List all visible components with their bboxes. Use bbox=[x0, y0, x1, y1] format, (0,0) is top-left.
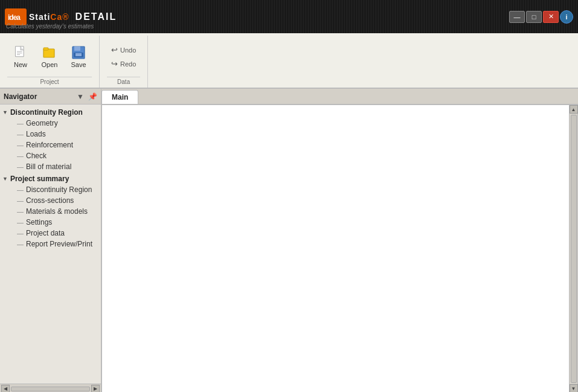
dash-project-data: — bbox=[17, 230, 24, 237]
dash-check: — bbox=[17, 152, 24, 159]
tree-group-header-discontinuity-region[interactable]: ▼ Discontinuity Region bbox=[0, 107, 101, 118]
navigator-dropdown-icon[interactable]: ▼ bbox=[75, 92, 85, 101]
new-label: New bbox=[14, 61, 27, 68]
open-label: Open bbox=[42, 61, 58, 68]
tree-item-label-report-preview-print: Report Preview/Print bbox=[26, 240, 92, 248]
scroll-right-arrow[interactable]: ▶ bbox=[91, 385, 100, 393]
vscroll-track[interactable] bbox=[571, 115, 577, 383]
vscroll-up-arrow[interactable]: ▲ bbox=[570, 105, 578, 114]
titlebar-controls: — □ ✕ i bbox=[509, 10, 573, 24]
dash-bill-of-material: — bbox=[17, 163, 24, 170]
ribbon-data-buttons: ↩ Undo ↪ Redo bbox=[107, 38, 140, 76]
navigator-scrollbar: ◀ ▶ bbox=[0, 384, 101, 392]
tree-item-materials-models[interactable]: — Materials & models bbox=[0, 206, 101, 217]
undo-icon: ↩ bbox=[111, 45, 118, 54]
save-icon bbox=[71, 45, 86, 60]
content-area: ▲ ▼ bbox=[101, 104, 578, 392]
dash-geometry: — bbox=[17, 120, 24, 127]
navigator-panel: Navigator ▼ 📌 ▼ Discontinuity Region — G… bbox=[0, 89, 101, 392]
tree-item-label-bill-of-material: Bill of material bbox=[26, 162, 71, 171]
tree-group-project-summary: ▼ Project summary — Discontinuity Region… bbox=[0, 173, 101, 249]
minimize-button[interactable]: — bbox=[509, 11, 525, 23]
project-section-label: Project bbox=[7, 77, 92, 85]
dash-loads: — bbox=[17, 130, 24, 138]
scroll-left-arrow[interactable]: ◀ bbox=[1, 385, 10, 393]
logo-text: StatiCa® bbox=[29, 12, 69, 22]
tree-arrow-discontinuity: ▼ bbox=[2, 109, 8, 115]
tree-item-cross-sections[interactable]: — Cross-sections bbox=[0, 195, 101, 206]
ribbon-content: New Open bbox=[0, 33, 578, 88]
tree-group-label-discontinuity-region: Discontinuity Region bbox=[10, 108, 83, 117]
svg-rect-11 bbox=[75, 53, 82, 56]
navigator-tree: ▼ Discontinuity Region — Geometry — Load… bbox=[0, 104, 101, 384]
tree-item-bill-of-material[interactable]: — Bill of material bbox=[0, 161, 101, 172]
svg-rect-7 bbox=[43, 48, 48, 50]
ribbon-project-buttons: New Open bbox=[7, 38, 92, 76]
tree-item-label-check: Check bbox=[26, 152, 47, 160]
dash-settings: — bbox=[17, 219, 24, 226]
tree-item-settings[interactable]: — Settings bbox=[0, 217, 101, 228]
dash-cross-sections: — bbox=[17, 197, 24, 204]
tree-item-label-materials-models: Materials & models bbox=[26, 207, 88, 216]
tab-main-label: Main bbox=[112, 93, 128, 101]
tabs-bar: Main bbox=[101, 89, 578, 104]
ribbon-project-section: New Open bbox=[0, 36, 100, 88]
navigator-icons: ▼ 📌 bbox=[75, 92, 97, 101]
tree-item-label-loads: Loads bbox=[26, 130, 46, 138]
undo-button[interactable]: ↩ Undo bbox=[107, 43, 140, 56]
tree-item-label-geometry: Geometry bbox=[26, 119, 58, 127]
scroll-track[interactable] bbox=[11, 387, 90, 391]
dash-reinforcement: — bbox=[17, 141, 24, 149]
navigator-header: Navigator ▼ 📌 bbox=[0, 89, 101, 104]
navigator-title: Navigator bbox=[4, 92, 37, 101]
tab-main[interactable]: Main bbox=[101, 90, 138, 104]
vscroll-down-arrow[interactable]: ▼ bbox=[570, 384, 578, 392]
dash-materials-models: — bbox=[17, 208, 24, 215]
ribbon-data-section: ↩ Undo ↪ Redo Data bbox=[100, 36, 148, 88]
new-button[interactable]: New bbox=[7, 42, 34, 71]
tree-group-label-project-summary: Project summary bbox=[10, 175, 69, 183]
tree-item-project-data[interactable]: — Project data bbox=[0, 228, 101, 239]
save-button[interactable]: Save bbox=[65, 42, 92, 71]
redo-icon: ↪ bbox=[111, 59, 118, 68]
tree-item-report-preview-print[interactable]: — Report Preview/Print bbox=[0, 239, 101, 249]
app-name: DETAIL bbox=[75, 11, 117, 22]
tree-item-label-reinforcement: Reinforcement bbox=[26, 141, 73, 149]
save-label: Save bbox=[71, 61, 86, 68]
svg-rect-9 bbox=[74, 47, 80, 51]
right-scrollbar: ▲ ▼ bbox=[569, 105, 577, 392]
close-button[interactable]: ✕ bbox=[543, 11, 559, 23]
maximize-button[interactable]: □ bbox=[526, 11, 542, 23]
titlebar: idea StatiCa® DETAIL Calculates yesterda… bbox=[0, 0, 578, 33]
subtitle: Calculates yesterday's estimates bbox=[6, 23, 94, 30]
tree-item-reinforcement[interactable]: — Reinforcement bbox=[0, 140, 101, 150]
tree-item-label-project-data: Project data bbox=[26, 229, 65, 237]
tree-group-discontinuity-region: ▼ Discontinuity Region — Geometry — Load… bbox=[0, 107, 101, 172]
tree-item-check[interactable]: — Check bbox=[0, 150, 101, 161]
data-section-label: Data bbox=[107, 77, 140, 85]
new-icon bbox=[13, 45, 28, 60]
navigator-pin-icon[interactable]: 📌 bbox=[88, 92, 97, 101]
tree-item-label-discontinuity-region-sub: Discontinuity Region bbox=[26, 185, 92, 194]
redo-label: Redo bbox=[120, 60, 136, 68]
dash-report-preview-print: — bbox=[17, 240, 24, 248]
tree-group-header-project-summary[interactable]: ▼ Project summary bbox=[0, 173, 101, 184]
open-button[interactable]: Open bbox=[36, 42, 63, 71]
tree-arrow-project-summary: ▼ bbox=[2, 176, 8, 182]
tree-item-discontinuity-region-sub[interactable]: — Discontinuity Region bbox=[0, 184, 101, 195]
main-area: Navigator ▼ 📌 ▼ Discontinuity Region — G… bbox=[0, 89, 578, 392]
right-panel: Main ▲ ▼ bbox=[101, 89, 578, 392]
undo-label: Undo bbox=[120, 47, 136, 54]
svg-text:idea: idea bbox=[8, 13, 21, 22]
info-button[interactable]: i bbox=[560, 10, 573, 24]
ribbon: New Open bbox=[0, 33, 578, 89]
dash-discontinuity-region-sub: — bbox=[17, 186, 24, 193]
open-icon bbox=[42, 45, 57, 60]
tree-item-label-cross-sections: Cross-sections bbox=[26, 196, 74, 205]
tree-item-loads[interactable]: — Loads bbox=[0, 129, 101, 140]
redo-button[interactable]: ↪ Redo bbox=[107, 57, 140, 70]
tree-item-label-settings: Settings bbox=[26, 218, 52, 227]
tree-item-geometry[interactable]: — Geometry bbox=[0, 118, 101, 129]
